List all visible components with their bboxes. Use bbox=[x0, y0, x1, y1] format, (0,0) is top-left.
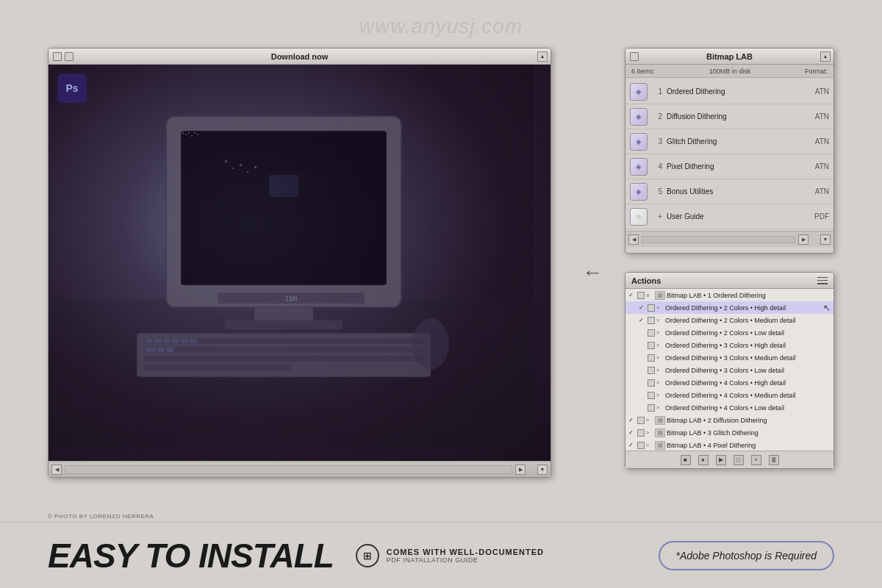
action-expand-arrow[interactable]: > bbox=[646, 417, 653, 423]
item-type: PDF bbox=[814, 212, 829, 220]
photoshop-badge: Ps bbox=[57, 74, 87, 103]
bitmap-lab-window: Bitmap LAB ▲ 6 Items: 100MB in disk Form… bbox=[625, 48, 834, 254]
scroll-top-arrow[interactable]: ▲ bbox=[537, 51, 548, 62]
action-expand-arrow[interactable]: > bbox=[656, 343, 664, 348]
item-type: ATN bbox=[815, 162, 829, 171]
item-type: ATN bbox=[815, 87, 829, 96]
action-list-item[interactable]: > Ordered Dithering • 2 Colors • Low det… bbox=[625, 326, 833, 339]
action-list-item[interactable]: ✓ > Ordered Dithering • 2 Colors • High … bbox=[625, 301, 833, 314]
action-list-item[interactable]: > Ordered Dithering • 4 Colors • High de… bbox=[625, 376, 833, 389]
bitmap-titlebar: Bitmap LAB ▲ bbox=[625, 49, 833, 65]
window-minimize-btn[interactable] bbox=[65, 52, 74, 61]
action-list-item[interactable]: ✓ ∨ ▤ Bitmap LAB • 1 Ordered Dithering bbox=[625, 289, 833, 301]
action-list-item[interactable]: ✓ > ▤ Bitmap LAB • 3 Glitch Dithering bbox=[625, 426, 833, 439]
action-expand-arrow[interactable]: > bbox=[656, 392, 664, 398]
scroll-up-icon[interactable]: ▲ bbox=[537, 51, 548, 62]
actions-delete-btn[interactable]: 🗑 bbox=[769, 455, 779, 465]
bitmap-format-label: Format: bbox=[805, 68, 828, 75]
action-checkbox[interactable] bbox=[648, 317, 655, 324]
item-icon: ◈ bbox=[630, 158, 648, 176]
action-list-item[interactable]: ✓ > ▤ Bitmap LAB • 2 Diffusion Dithering bbox=[625, 414, 833, 426]
actions-play-btn[interactable]: ▶ bbox=[716, 455, 726, 465]
scroll-bottom-down-icon[interactable]: ▼ bbox=[537, 465, 548, 475]
action-list-item[interactable]: > Ordered Dithering • 4 Colors • Medium … bbox=[625, 389, 833, 401]
action-checkbox[interactable] bbox=[648, 342, 655, 349]
action-expand-arrow[interactable]: > bbox=[646, 442, 653, 448]
action-list-item[interactable]: ✓ > ▤ Bitmap LAB • 4 Pixel Dithering bbox=[625, 439, 833, 451]
bitmap-list-item[interactable]: ◈ 2 Diffusion Dithering ATN bbox=[625, 104, 833, 129]
action-label: Ordered Dithering • 2 Colors • Low detai… bbox=[665, 329, 831, 337]
arrow-indicator: ← bbox=[582, 261, 603, 284]
action-checkbox[interactable] bbox=[648, 304, 655, 312]
action-expand-arrow[interactable]: > bbox=[646, 430, 653, 435]
ps-required-badge: *Adobe Photoshop is Required bbox=[659, 541, 834, 570]
action-checkbox[interactable] bbox=[637, 292, 645, 299]
action-list-item[interactable]: > Ordered Dithering • 3 Colors • Low det… bbox=[625, 364, 833, 376]
cursor-indicator: ↖ bbox=[823, 303, 831, 313]
action-expand-arrow[interactable]: > bbox=[656, 305, 664, 310]
scroll-bottom-left-icon[interactable]: ◀ bbox=[51, 465, 62, 475]
main-window-titlebar: Download now ▲ bbox=[49, 49, 551, 65]
action-expand-arrow[interactable]: > bbox=[656, 368, 664, 373]
item-number: 2 bbox=[652, 112, 662, 121]
actions-new-action-btn[interactable]: + bbox=[751, 455, 761, 465]
bitmap-scroll-left[interactable]: ◀ bbox=[628, 234, 639, 245]
action-list-item[interactable]: ✓ > Ordered Dithering • 2 Colors • Mediu… bbox=[625, 314, 833, 326]
action-check: ✓ bbox=[628, 429, 636, 436]
bitmap-close-btn[interactable] bbox=[630, 52, 639, 61]
bitmap-list-item[interactable]: ◈ 4 Pixel Dithering ATN bbox=[625, 154, 833, 179]
bitmap-scroll-up[interactable]: ▲ bbox=[820, 51, 831, 62]
scroll-bottom-right-icon[interactable]: ▶ bbox=[515, 465, 526, 475]
actions-menu-icon[interactable] bbox=[817, 277, 828, 284]
folder-icon: ▤ bbox=[655, 441, 665, 450]
action-label: Ordered Dithering • 3 Colors • Low detai… bbox=[665, 367, 831, 374]
bitmap-list-item[interactable]: ○ + User Guide PDF bbox=[625, 204, 833, 229]
main-window-content: Ps bbox=[49, 65, 551, 461]
action-expand-arrow[interactable]: > bbox=[656, 380, 664, 385]
actions-stop-btn[interactable]: ■ bbox=[681, 455, 691, 465]
action-checkbox[interactable] bbox=[637, 442, 645, 449]
bitmap-file-list: ◈ 1 Ordered Dithering ATN ◈ 2 Diffusion … bbox=[625, 78, 833, 231]
action-checkbox[interactable] bbox=[648, 367, 655, 374]
item-name: Glitch Dithering bbox=[667, 137, 811, 146]
actions-new-set-btn[interactable]: □ bbox=[734, 455, 744, 465]
action-expand-arrow[interactable]: > bbox=[656, 355, 664, 360]
action-checkbox[interactable] bbox=[637, 417, 645, 424]
item-type: ATN bbox=[815, 137, 829, 146]
window-close-btn[interactable] bbox=[53, 52, 62, 61]
bitmap-list-item[interactable]: ◈ 3 Glitch Dithering ATN bbox=[625, 129, 833, 154]
action-expand-arrow[interactable]: > bbox=[656, 318, 664, 323]
action-checkbox[interactable] bbox=[648, 379, 655, 387]
action-check: ✓ bbox=[628, 417, 636, 423]
action-checkbox[interactable] bbox=[648, 404, 655, 412]
actions-window: Actions ✓ ∨ ▤ Bitmap LAB • 1 Ordered Dit… bbox=[625, 272, 834, 469]
action-list-item[interactable]: > Ordered Dithering • 4 Colors • Low det… bbox=[625, 401, 833, 414]
action-expand-arrow[interactable]: ∨ bbox=[646, 293, 653, 298]
action-checkbox[interactable] bbox=[648, 392, 655, 399]
bitmap-list-item[interactable]: ◈ 5 Bonus Utilities ATN bbox=[625, 179, 833, 204]
action-label: Ordered Dithering • 2 Colors • Medium de… bbox=[665, 317, 831, 324]
action-expand-arrow[interactable]: > bbox=[656, 405, 664, 410]
action-label: Bitmap LAB • 2 Diffusion Dithering bbox=[667, 417, 831, 424]
bitmap-scroll-down[interactable]: ▼ bbox=[820, 234, 831, 245]
bitmap-list-item[interactable]: ◈ 1 Ordered Dithering ATN bbox=[625, 79, 833, 104]
action-list-item[interactable]: > Ordered Dithering • 3 Colors • Medium … bbox=[625, 351, 833, 364]
action-label: Ordered Dithering • 4 Colors • High deta… bbox=[665, 379, 831, 387]
action-list-item[interactable]: > Ordered Dithering • 3 Colors • High de… bbox=[625, 339, 833, 351]
actions-list: ✓ ∨ ▤ Bitmap LAB • 1 Ordered Dithering ✓… bbox=[625, 289, 833, 451]
action-checkbox[interactable] bbox=[648, 329, 655, 337]
item-name: Pixel Dithering bbox=[667, 162, 811, 171]
easy-install-heading: EASY TO INSTALL bbox=[48, 539, 334, 573]
action-expand-arrow[interactable]: > bbox=[656, 330, 664, 335]
main-window-bottombar: ◀ ▶ ▼ bbox=[49, 461, 551, 477]
bitmap-scroll-right[interactable]: ▶ bbox=[798, 234, 808, 245]
action-check: ✓ bbox=[639, 317, 646, 323]
window-controls bbox=[53, 52, 74, 61]
item-icon: ○ bbox=[630, 208, 648, 226]
action-checkbox[interactable] bbox=[648, 354, 655, 362]
actions-record-btn[interactable]: ● bbox=[698, 455, 709, 465]
item-number: 1 bbox=[652, 87, 662, 96]
bitmap-disk-info: 100MB in disk bbox=[709, 68, 751, 75]
action-checkbox[interactable] bbox=[637, 429, 645, 437]
action-check: ✓ bbox=[628, 292, 636, 298]
